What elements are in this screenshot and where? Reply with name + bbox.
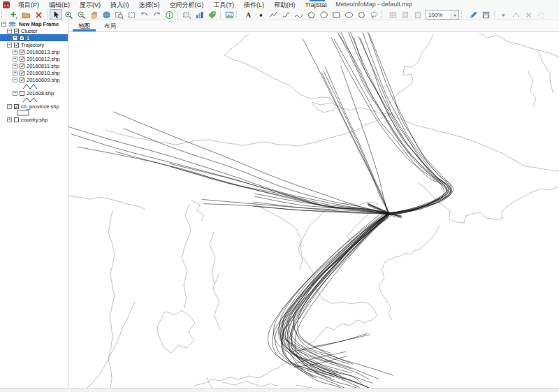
circle-button[interactable] xyxy=(355,9,368,20)
select-rect-button[interactable] xyxy=(180,9,193,20)
legend-symbol-row[interactable] xyxy=(0,110,68,116)
polyline-button[interactable] xyxy=(267,9,280,20)
zoom-previous-button[interactable] xyxy=(138,9,150,20)
menu-item-2[interactable]: 显示(V) xyxy=(75,0,106,10)
remove-layer-button[interactable] xyxy=(32,9,45,20)
zoom-window-button[interactable] xyxy=(125,9,138,20)
free-polygon-button[interactable] xyxy=(317,9,330,20)
menu-item-8[interactable]: 帮助(H) xyxy=(269,0,300,10)
collapse-icon[interactable]: − xyxy=(1,22,6,27)
point-button[interactable] xyxy=(254,9,267,20)
layer-row-20160809-shp[interactable]: −20160809.shp xyxy=(0,76,68,83)
menu-item-7[interactable]: 插件(L) xyxy=(239,0,269,10)
expand-icon[interactable]: + xyxy=(13,50,17,55)
map-canvas[interactable] xyxy=(68,32,559,388)
identify-button[interactable] xyxy=(163,9,175,20)
zoom-in-button[interactable] xyxy=(62,9,75,20)
menu-item-3[interactable]: 插入(I) xyxy=(106,0,134,10)
pan-hand-button[interactable] xyxy=(87,9,100,20)
zoom-next-button[interactable] xyxy=(150,9,163,20)
layer-visibility-checkbox[interactable] xyxy=(14,43,19,48)
lasso-button[interactable] xyxy=(368,9,380,20)
menu-item-9[interactable]: TrajStat xyxy=(300,0,332,10)
expand-icon[interactable]: + xyxy=(13,71,17,75)
layer-row-new-map-frame[interactable]: −New Map Frame xyxy=(0,20,68,27)
layer-visibility-checkbox[interactable] xyxy=(20,36,24,41)
collapse-icon[interactable]: − xyxy=(13,78,17,82)
global-extent-button[interactable] xyxy=(100,9,112,20)
layer-visibility-checkbox[interactable] xyxy=(20,64,24,68)
rectangle-button[interactable] xyxy=(330,9,342,20)
tab-layout[interactable]: 布局 xyxy=(97,20,123,31)
layer-row-20160811-shp[interactable]: +20160811.shp xyxy=(0,62,68,69)
select-arrow-icon xyxy=(52,10,61,20)
caret-down-icon xyxy=(499,10,508,20)
polygon-button[interactable] xyxy=(305,9,317,20)
layer-label: 20160810.shp xyxy=(27,70,60,76)
layer-row-cn-province-shp[interactable]: −cn_province.shp xyxy=(0,103,68,110)
edit-table-button[interactable] xyxy=(386,9,399,20)
reshape-button[interactable] xyxy=(535,9,547,20)
expand-icon[interactable]: + xyxy=(13,57,17,61)
zoom-level-combobox[interactable]: 100%▾ xyxy=(426,10,459,20)
caret-down-button[interactable] xyxy=(497,9,509,20)
add-layer-button[interactable] xyxy=(7,9,20,20)
text-button[interactable]: A xyxy=(242,9,254,20)
layer-row-1[interactable]: +1 xyxy=(0,34,68,41)
legend-symbol-row[interactable] xyxy=(0,96,68,103)
remove-layer-icon xyxy=(34,10,43,20)
edit-paste-button[interactable] xyxy=(412,9,424,20)
layer-visibility-checkbox[interactable] xyxy=(20,50,24,55)
layer-row-country-shp[interactable]: +country.shp xyxy=(0,116,68,123)
delete-feature-button[interactable] xyxy=(522,9,535,20)
layer-row-20160812-shp[interactable]: +20160812.shp xyxy=(0,55,68,62)
menu-item-1[interactable]: 编辑(E) xyxy=(44,0,75,10)
zoom-out-icon xyxy=(77,10,86,20)
tab-map[interactable]: 地图 xyxy=(71,20,97,31)
layer-visibility-checkbox[interactable] xyxy=(20,71,24,75)
zoom-window-icon xyxy=(127,10,136,20)
legend-symbol-row[interactable] xyxy=(0,83,68,89)
layer-row-201608-shp[interactable]: −201608.shp xyxy=(0,89,68,96)
save-project-button[interactable] xyxy=(479,9,492,20)
layer-row-cluster[interactable]: −Cluster xyxy=(0,27,68,34)
edit-table-icon xyxy=(389,10,398,20)
expand-icon[interactable]: + xyxy=(13,64,17,68)
layer-visibility-checkbox[interactable] xyxy=(14,29,19,34)
select-arrow-button[interactable] xyxy=(50,9,62,20)
layer-row-20160810-shp[interactable]: +20160810.shp xyxy=(0,69,68,76)
edit-pencil-button[interactable] xyxy=(467,9,479,20)
zoom-combo-caret-icon[interactable]: ▾ xyxy=(451,10,458,19)
open-project-button[interactable] xyxy=(20,9,32,20)
expand-icon[interactable]: + xyxy=(13,36,17,41)
layer-visibility-checkbox[interactable] xyxy=(14,104,19,109)
freehand-button[interactable] xyxy=(280,9,292,20)
collapse-icon[interactable]: − xyxy=(7,29,12,34)
menu-item-6[interactable]: 工具(T) xyxy=(209,0,240,10)
new-image-button[interactable] xyxy=(223,9,235,20)
pan-hand-icon xyxy=(89,10,99,20)
layer-visibility-checkbox[interactable] xyxy=(20,91,24,96)
collapse-icon[interactable]: − xyxy=(7,43,12,48)
menu-item-5[interactable]: 空间分析(G) xyxy=(165,0,209,10)
zoom-layer-button[interactable] xyxy=(112,9,125,20)
zoom-out-button[interactable] xyxy=(75,9,87,20)
collapse-icon[interactable]: − xyxy=(13,91,17,96)
collapse-icon[interactable]: − xyxy=(7,104,12,109)
edit-vertices-button[interactable] xyxy=(509,9,522,20)
layer-visibility-checkbox[interactable] xyxy=(14,117,19,122)
trajectory-lines xyxy=(68,32,453,388)
statistics-button[interactable] xyxy=(193,9,205,20)
layer-row-trajectory[interactable]: −Trajectory xyxy=(0,41,68,48)
curve-button[interactable] xyxy=(292,9,305,20)
edit-copy-button[interactable] xyxy=(399,9,412,20)
menu-item-4[interactable]: 选择(S) xyxy=(134,0,165,10)
layer-row-20160813-shp[interactable]: +20160813.shp xyxy=(0,48,68,55)
edit-copy-icon xyxy=(401,10,410,20)
layer-visibility-checkbox[interactable] xyxy=(20,57,24,61)
ellipse-button[interactable] xyxy=(342,9,355,20)
menu-item-0[interactable]: 项目(P) xyxy=(13,0,44,10)
layer-visibility-checkbox[interactable] xyxy=(20,78,24,82)
expand-icon[interactable]: + xyxy=(7,117,12,122)
label-tag-button[interactable] xyxy=(205,9,218,20)
